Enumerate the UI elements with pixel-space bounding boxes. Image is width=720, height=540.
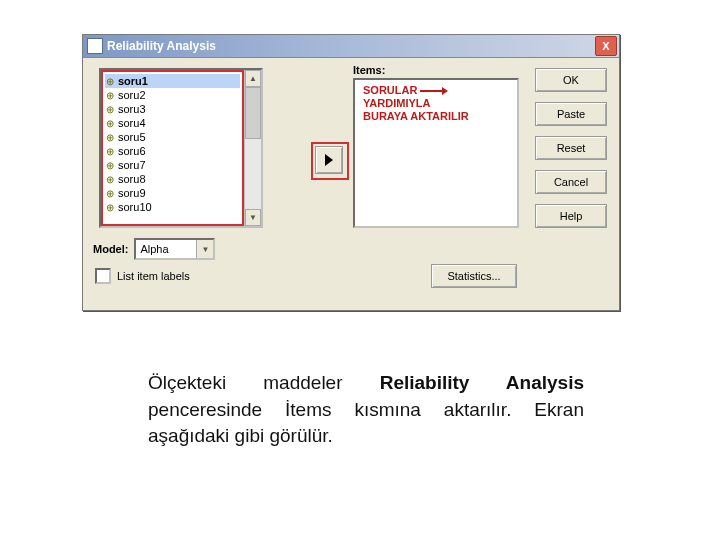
- model-row: Model: Alpha ▼: [93, 238, 215, 260]
- list-item[interactable]: ⊕soru10: [105, 200, 240, 214]
- list-item-labels-row: List item labels: [95, 268, 190, 284]
- list-item-label: soru9: [118, 187, 146, 199]
- listbox-highlight: ⊕soru1⊕soru2⊕soru3⊕soru4⊕soru5⊕soru6⊕sor…: [101, 70, 244, 226]
- source-variables-listbox[interactable]: ⊕soru1⊕soru2⊕soru3⊕soru4⊕soru5⊕soru6⊕sor…: [99, 68, 263, 228]
- model-value: Alpha: [136, 243, 196, 255]
- list-item-label: soru8: [118, 173, 146, 185]
- annotation-text: SORULAR YARDIMIYLA BURAYA AKTARILIR: [363, 84, 513, 124]
- dialog-button-column: OK Paste Reset Cancel Help: [535, 68, 607, 228]
- svg-marker-1: [442, 87, 448, 95]
- list-item[interactable]: ⊕soru3: [105, 102, 240, 116]
- paste-button[interactable]: Paste: [535, 102, 607, 126]
- reset-label: Reset: [557, 142, 586, 154]
- help-label: Help: [560, 210, 583, 222]
- list-item[interactable]: ⊕soru2: [105, 88, 240, 102]
- annotation-part2: YARDIMIYLA: [363, 97, 430, 109]
- arrow-right-icon: [325, 154, 333, 166]
- scroll-track[interactable]: [245, 139, 261, 209]
- items-label: Items:: [353, 64, 385, 76]
- variable-icon: ⊕: [105, 90, 115, 101]
- app-icon: [87, 38, 103, 54]
- window-title: Reliability Analysis: [107, 39, 216, 53]
- ok-button[interactable]: OK: [535, 68, 607, 92]
- caption-bold: Reliability Analysis: [380, 372, 584, 393]
- scroll-thumb[interactable]: [245, 87, 261, 139]
- variable-icon: ⊕: [105, 132, 115, 143]
- caption-text: Ölçekteki maddeler Reliability Analysis …: [148, 370, 584, 450]
- list-item[interactable]: ⊕soru1: [105, 74, 240, 88]
- list-item[interactable]: ⊕soru6: [105, 144, 240, 158]
- paste-label: Paste: [557, 108, 585, 120]
- variable-icon: ⊕: [105, 160, 115, 171]
- statistics-button-label: Statistics...: [447, 270, 500, 282]
- scroll-down-button[interactable]: ▼: [245, 209, 261, 226]
- reliability-analysis-dialog: Reliability Analysis X ⊕soru1⊕soru2⊕soru…: [82, 34, 620, 311]
- list-item-label: soru10: [118, 201, 152, 213]
- list-item-label: soru7: [118, 159, 146, 171]
- model-combobox[interactable]: Alpha ▼: [134, 238, 215, 260]
- statistics-button[interactable]: Statistics...: [431, 264, 517, 288]
- variable-icon: ⊕: [105, 188, 115, 199]
- help-button[interactable]: Help: [535, 204, 607, 228]
- reset-button[interactable]: Reset: [535, 136, 607, 160]
- model-label: Model:: [93, 243, 128, 255]
- list-item-label: soru5: [118, 131, 146, 143]
- variable-icon: ⊕: [105, 202, 115, 213]
- caption-part1: Ölçekteki maddeler: [148, 372, 380, 393]
- list-item-label: soru4: [118, 117, 146, 129]
- list-item[interactable]: ⊕soru9: [105, 186, 240, 200]
- dialog-body: ⊕soru1⊕soru2⊕soru3⊕soru4⊕soru5⊕soru6⊕sor…: [83, 58, 619, 310]
- variable-icon: ⊕: [105, 174, 115, 185]
- list-item-label: soru2: [118, 89, 146, 101]
- caption-part2: penceresinde İtems kısmına aktarılır. Ek…: [148, 399, 584, 447]
- list-item-labels-label: List item labels: [117, 270, 190, 282]
- variable-icon: ⊕: [105, 118, 115, 129]
- scroll-up-button[interactable]: ▲: [245, 70, 261, 87]
- variable-icon: ⊕: [105, 76, 115, 87]
- list-item-label: soru3: [118, 103, 146, 115]
- list-item-label: soru1: [118, 75, 148, 87]
- cancel-button[interactable]: Cancel: [535, 170, 607, 194]
- close-button[interactable]: X: [595, 36, 617, 56]
- annotation-part1: SORULAR: [363, 84, 417, 96]
- cancel-label: Cancel: [554, 176, 588, 188]
- chevron-down-icon: ▼: [196, 240, 213, 258]
- list-item[interactable]: ⊕soru8: [105, 172, 240, 186]
- listbox-scrollbar[interactable]: ▲ ▼: [244, 70, 261, 226]
- list-item[interactable]: ⊕soru4: [105, 116, 240, 130]
- close-icon: X: [602, 40, 609, 52]
- list-item[interactable]: ⊕soru7: [105, 158, 240, 172]
- titlebar[interactable]: Reliability Analysis X: [83, 35, 619, 58]
- variable-icon: ⊕: [105, 146, 115, 157]
- list-item-label: soru6: [118, 145, 146, 157]
- list-item-labels-checkbox[interactable]: [95, 268, 111, 284]
- ok-label: OK: [563, 74, 579, 86]
- annotation-part3: BURAYA AKTARILIR: [363, 110, 469, 122]
- list-item[interactable]: ⊕soru5: [105, 130, 240, 144]
- transfer-right-button[interactable]: [315, 146, 343, 174]
- annotation-arrow-icon: [420, 87, 448, 95]
- variable-icon: ⊕: [105, 104, 115, 115]
